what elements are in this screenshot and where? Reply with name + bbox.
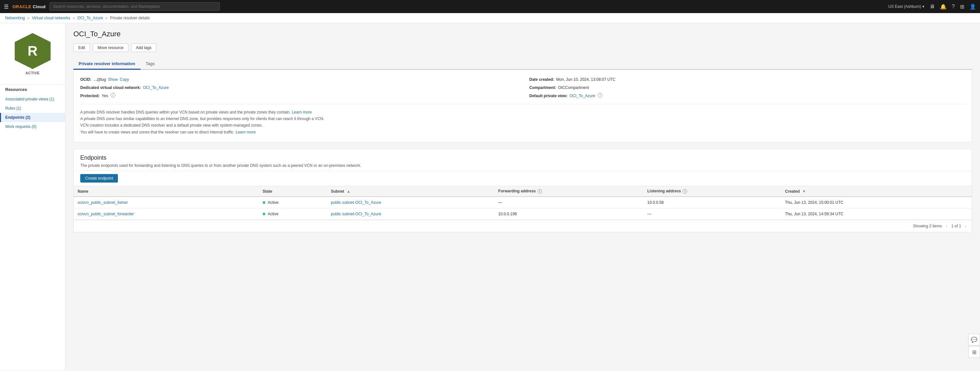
add-tags-button[interactable]: Add tags <box>131 43 156 52</box>
table-footer: Showing 2 items ‹ 1 of 1 › <box>74 220 972 232</box>
tab-tags[interactable]: Tags <box>140 59 160 70</box>
endpoints-section: Endpoints The private endpoints used for… <box>73 149 972 232</box>
learn-more-link-1[interactable]: Learn more <box>292 110 312 114</box>
main-layout: R ACTIVE Resources Associated private vi… <box>0 23 980 370</box>
content-area: OCI_To_Azure Edit Move resource Add tags… <box>65 23 980 370</box>
table-row: ocivcn_public_subnet_listner Active publ… <box>74 197 972 208</box>
table-row: ocivcn_public_subnet_forwarder Active pu… <box>74 208 972 220</box>
subnet-sort-icon: ▲ <box>347 189 350 194</box>
sidebar: R ACTIVE Resources Associated private vi… <box>0 23 65 370</box>
breadcrumb: Networking » Virtual cloud networks » OC… <box>0 13 980 23</box>
col-created[interactable]: Created ▼ <box>781 186 972 197</box>
learn-more-link-2[interactable]: Learn more <box>235 130 256 135</box>
pagination-showing: Showing 2 items <box>913 224 942 228</box>
grid-icon[interactable]: ⊞ <box>960 3 964 10</box>
subnet-link-1[interactable]: public subnet-OCI_To_Azure <box>331 200 381 205</box>
sidebar-item-work-requests[interactable]: Work requests (0) <box>0 122 65 131</box>
protected-info-icon[interactable]: i <box>111 93 115 97</box>
nav-right: US East (Ashburn) ▾ 🖥 🔔 ? ⊞ 👤 <box>888 3 976 10</box>
description-text: A private DNS resolver handles DNS queri… <box>80 104 965 136</box>
action-buttons: Edit Move resource Add tags <box>73 43 972 52</box>
create-endpoint-button[interactable]: Create endpoint <box>80 174 118 182</box>
info-grid: OCID: ...zjttug Show Copy Dedicated virt… <box>80 76 965 100</box>
resource-icon: R <box>15 33 51 69</box>
endpoint-name-link-2[interactable]: ocivcn_public_subnet_forwarder <box>78 212 134 216</box>
listening-info-icon[interactable]: i <box>682 189 687 194</box>
top-nav: ☰ ORACLE Cloud US East (Ashburn) ▾ 🖥 🔔 ?… <box>0 0 980 13</box>
floating-grid-icon[interactable]: ⊞ <box>968 346 980 358</box>
default-view-row: Default private view: OCI_To_Azure i <box>529 93 965 99</box>
endpoint-name-link-1[interactable]: ocivcn_public_subnet_listner <box>78 200 128 205</box>
protected-row: Protected: Yes i <box>80 93 516 99</box>
breadcrumb-oci-azure[interactable]: OCI_To_Azure <box>77 16 103 20</box>
bell-icon[interactable]: 🔔 <box>940 3 947 10</box>
status-dot-active-2 <box>262 212 265 215</box>
pagination-page-info: 1 of 1 <box>951 224 961 228</box>
endpoints-desc: The private endpoints used for forwardin… <box>80 163 965 168</box>
hamburger-icon[interactable]: ☰ <box>4 3 8 10</box>
move-resource-button[interactable]: Move resource <box>93 43 128 52</box>
edit-button[interactable]: Edit <box>73 43 90 52</box>
date-created-row: Date created: Mon, Jun 10, 2024, 13:08:0… <box>529 76 965 83</box>
sidebar-section-resources: Resources <box>0 84 65 95</box>
col-listening: Listening address i <box>643 186 781 197</box>
sidebar-item-rules[interactable]: Rules (1) <box>0 104 65 113</box>
col-state: State <box>259 186 327 197</box>
col-name: Name <box>74 186 259 197</box>
region-selector[interactable]: US East (Ashburn) ▾ <box>888 4 924 9</box>
page-title: OCI_To_Azure <box>73 30 972 38</box>
user-icon[interactable]: 👤 <box>969 3 976 10</box>
forwarding-info-icon[interactable]: i <box>538 189 542 194</box>
endpoints-toolbar: Create endpoint <box>74 171 972 186</box>
sidebar-logo-area: R ACTIVE <box>0 30 65 81</box>
page-prev-button[interactable]: ‹ <box>945 223 949 229</box>
search-input[interactable] <box>49 2 220 11</box>
help-icon[interactable]: ? <box>952 3 955 10</box>
endpoints-header: Endpoints The private endpoints used for… <box>74 149 972 171</box>
compartment-row: Compartment: OICCompartment <box>529 85 965 91</box>
subnet-link-2[interactable]: public subnet-OCI_To_Azure <box>331 212 381 216</box>
ocid-show-link[interactable]: Show <box>108 76 118 83</box>
ocid-copy-link[interactable]: Copy <box>120 76 129 83</box>
info-panel: OCID: ...zjttug Show Copy Dedicated virt… <box>73 70 972 142</box>
sidebar-item-endpoints[interactable]: Endpoints (2) <box>0 113 65 122</box>
breadcrumb-current: Private resolver details <box>110 16 150 20</box>
oracle-logo: ORACLE Cloud <box>13 4 46 9</box>
breadcrumb-vcn[interactable]: Virtual cloud networks <box>32 16 70 20</box>
endpoints-table: Name State Subnet ▲ Forwarding address i… <box>74 186 972 220</box>
floating-chat-icon[interactable]: 💬 <box>968 334 980 346</box>
default-view-link[interactable]: OCI_To_Azure <box>570 93 595 99</box>
status-badge: ACTIVE <box>25 71 40 75</box>
endpoints-title: Endpoints <box>80 154 965 161</box>
col-subnet[interactable]: Subnet ▲ <box>327 186 494 197</box>
default-view-info-icon[interactable]: i <box>598 93 602 97</box>
tab-private-resolver-info[interactable]: Private resolver information <box>73 59 140 70</box>
vcn-link[interactable]: OCI_To_Azure <box>143 85 169 91</box>
tabs: Private resolver information Tags <box>73 59 972 70</box>
ocid-row: OCID: ...zjttug Show Copy <box>80 76 516 83</box>
monitor-icon[interactable]: 🖥 <box>929 3 935 10</box>
breadcrumb-networking[interactable]: Networking <box>5 16 25 20</box>
col-forwarding: Forwarding address i <box>494 186 643 197</box>
status-dot-active-1 <box>262 201 265 204</box>
vcn-row: Dedicated virtual cloud network: OCI_To_… <box>80 85 516 91</box>
created-sort-icon: ▼ <box>802 189 806 194</box>
page-next-button[interactable]: › <box>964 223 968 229</box>
sidebar-item-associated-private-views[interactable]: Associated private views (1) <box>0 95 65 104</box>
floating-panel: 💬 ⊞ <box>968 334 980 358</box>
